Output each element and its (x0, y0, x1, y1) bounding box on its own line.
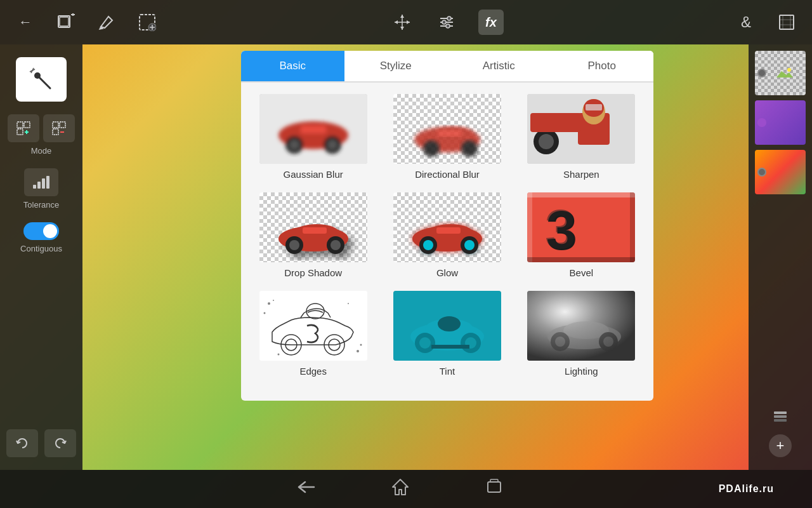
glow-label: Glow (436, 267, 458, 278)
filter-gaussian-blur[interactable]: Gaussian Blur (247, 89, 379, 185)
contiguous-section: Contiguous (20, 222, 62, 253)
sharpen-thumb (527, 94, 635, 164)
layer-item-3[interactable] (755, 150, 806, 194)
svg-rect-82 (527, 192, 635, 197)
svg-line-22 (39, 77, 50, 88)
mode-section: Mode (8, 114, 75, 156)
sharpen-label: Sharpen (563, 169, 599, 180)
svg-rect-117 (488, 482, 501, 492)
right-sidebar: + (749, 44, 812, 470)
svg-rect-39 (46, 176, 49, 189)
back-button[interactable]: ← (13, 10, 38, 35)
svg-rect-83 (527, 192, 532, 262)
svg-rect-16 (780, 15, 794, 29)
filter-grid: Gaussian Blur (241, 83, 653, 388)
svg-rect-34 (53, 129, 58, 135)
filter-drop-shadow[interactable]: Drop Shadow (247, 187, 379, 283)
filter-tint[interactable]: Tint (381, 286, 513, 382)
filter-bevel[interactable]: 3 3 Bevel (516, 187, 647, 283)
edges-thumb (259, 291, 367, 361)
gaussian-blur-thumb (259, 94, 367, 164)
svg-point-13 (447, 17, 451, 20)
tab-artistic[interactable]: Artistic (447, 51, 551, 81)
left-sidebar: Mode Tolerance Contiguous (0, 44, 82, 470)
svg-rect-51 (301, 126, 326, 133)
svg-rect-85 (630, 192, 635, 262)
filter-sharpen[interactable]: Sharpen (516, 89, 647, 185)
tint-label: Tint (440, 366, 455, 377)
svg-rect-79 (527, 192, 635, 262)
svg-text:3: 3 (545, 197, 576, 260)
add-mode-button[interactable] (8, 114, 39, 142)
layer-radio-3[interactable] (757, 168, 766, 177)
svg-point-15 (446, 24, 450, 28)
svg-rect-118 (490, 479, 498, 482)
layer-radio-1[interactable] (757, 69, 766, 77)
svg-rect-71 (303, 227, 327, 234)
svg-point-94 (273, 300, 274, 301)
svg-point-49 (289, 140, 299, 150)
layer-radio-2[interactable] (757, 118, 766, 127)
mode-label: Mode (31, 146, 52, 156)
add-layer-button[interactable]: + (769, 434, 792, 457)
layer-item-2[interactable] (755, 100, 806, 145)
top-toolbar: ← (0, 0, 812, 44)
mode-icons (8, 114, 75, 142)
drop-shadow-label: Drop Shadow (284, 267, 342, 278)
svg-rect-38 (42, 178, 45, 189)
svg-rect-27 (17, 122, 23, 128)
redo-button[interactable] (44, 429, 76, 457)
move-button[interactable] (390, 10, 415, 35)
nav-home-button[interactable] (391, 478, 409, 500)
svg-rect-78 (436, 227, 461, 234)
tab-stylize[interactable]: Stylize (344, 51, 448, 81)
toolbar-right: & (733, 10, 799, 35)
draw-button[interactable] (94, 10, 119, 35)
bottom-nav: PDAlife.ru (0, 470, 812, 508)
nav-back-button[interactable] (296, 478, 315, 500)
svg-point-95 (357, 350, 359, 352)
svg-point-92 (268, 302, 270, 305)
svg-point-76 (423, 240, 433, 250)
svg-rect-28 (24, 122, 30, 128)
contiguous-label: Contiguous (20, 244, 62, 253)
svg-point-77 (464, 240, 475, 250)
toolbar-left: ← (13, 10, 160, 35)
layer-item-1[interactable] (755, 51, 806, 95)
svg-point-69 (289, 240, 299, 250)
svg-point-55 (461, 140, 478, 157)
svg-point-50 (327, 140, 337, 150)
undo-redo-section (6, 429, 76, 457)
tint-thumb (393, 291, 501, 361)
adjustments-button[interactable] (434, 10, 459, 35)
nav-recents-button[interactable] (485, 478, 503, 500)
magic-wand-button[interactable] (16, 57, 67, 102)
edges-label: Edges (299, 366, 327, 377)
selection-button[interactable] (134, 10, 160, 35)
svg-rect-61 (586, 104, 602, 110)
filter-edges[interactable]: Edges (247, 286, 379, 382)
lighting-label: Lighting (565, 366, 598, 377)
svg-rect-108 (431, 345, 469, 349)
filter-directional-blur[interactable]: Directional Blur (381, 89, 513, 185)
contiguous-toggle[interactable] (23, 222, 59, 240)
layers-button[interactable] (766, 401, 794, 429)
svg-rect-32 (53, 122, 58, 128)
new-image-button[interactable] (53, 10, 79, 35)
amp-button[interactable]: & (733, 10, 759, 35)
subtract-mode-button[interactable] (43, 114, 75, 142)
fx-button[interactable]: fx (478, 10, 504, 35)
svg-point-63 (539, 134, 554, 149)
svg-point-98 (348, 303, 349, 304)
tab-photo[interactable]: Photo (551, 51, 654, 81)
svg-point-14 (442, 20, 446, 24)
filter-lighting[interactable]: Lighting (516, 286, 647, 382)
svg-rect-36 (33, 185, 36, 189)
drop-shadow-thumb (259, 192, 367, 262)
tab-basic[interactable]: Basic (241, 51, 344, 81)
bevel-thumb: 3 3 (527, 192, 635, 262)
undo-button[interactable] (6, 429, 38, 457)
svg-point-54 (423, 140, 440, 157)
crop-button[interactable] (774, 10, 799, 35)
filter-glow[interactable]: Glow (381, 187, 513, 283)
